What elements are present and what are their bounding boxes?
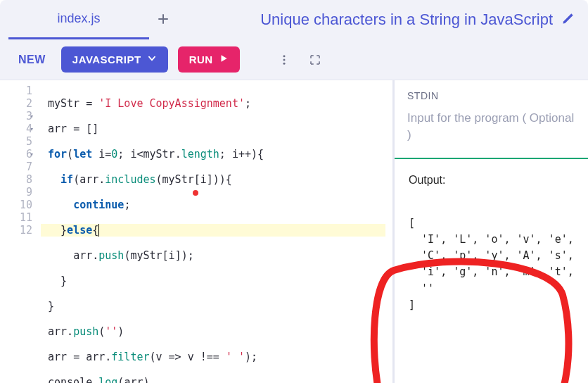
add-tab-icon[interactable] [158,11,169,29]
toolbar: NEW JAVASCRIPT RUN [0,39,588,80]
main-area: 1 2 3 4 5 6 7 8 9 10 11 12 myStr = 'I Lo… [0,80,588,383]
svg-point-2 [283,62,285,64]
output-section: Output: [ 'I', 'L', 'o', 'v', 'e', 'C', … [395,159,588,327]
page-title: Unique characters in a String in JavaScr… [260,11,553,29]
output-text: [ 'I', 'L', 'o', 'v', 'e', 'C', 'p', 'y'… [409,199,574,313]
stdin-label: STDIN [407,90,575,101]
svg-point-1 [283,58,285,61]
run-label: RUN [189,54,213,65]
app-root: index.js Unique characters in a String i… [0,0,588,383]
code-editor[interactable]: myStr = 'I Love CopyAssignment'; arr = [… [41,80,392,383]
stdin-input[interactable]: Input for the program ( Optional ) [407,110,575,144]
tab-area: index.js [8,0,169,39]
line-number-gutter: 1 2 3 4 5 6 7 8 9 10 11 12 [0,80,41,383]
header-bar: index.js Unique characters in a String i… [0,0,588,39]
title-area: Unique characters in a String in JavaScr… [169,11,580,29]
file-tab-label: index.js [57,11,100,26]
run-button[interactable]: RUN [178,46,240,73]
language-select-button[interactable]: JAVASCRIPT [61,46,168,73]
more-options-icon[interactable] [274,49,295,70]
file-tab[interactable]: index.js [8,0,149,39]
output-label: Output: [409,172,574,189]
fullscreen-icon[interactable] [305,49,326,70]
stdin-section: STDIN Input for the program ( Optional ) [395,80,588,159]
play-icon [219,54,229,65]
edit-title-icon[interactable] [561,11,575,28]
breakpoint-marker-icon [193,190,198,196]
editor-pane: 1 2 3 4 5 6 7 8 9 10 11 12 myStr = 'I Lo… [0,80,392,383]
chevron-down-icon [147,54,157,65]
new-button[interactable]: NEW [13,49,51,70]
language-label: JAVASCRIPT [72,54,141,65]
side-panel: STDIN Input for the program ( Optional )… [392,80,588,383]
svg-point-0 [283,55,285,57]
